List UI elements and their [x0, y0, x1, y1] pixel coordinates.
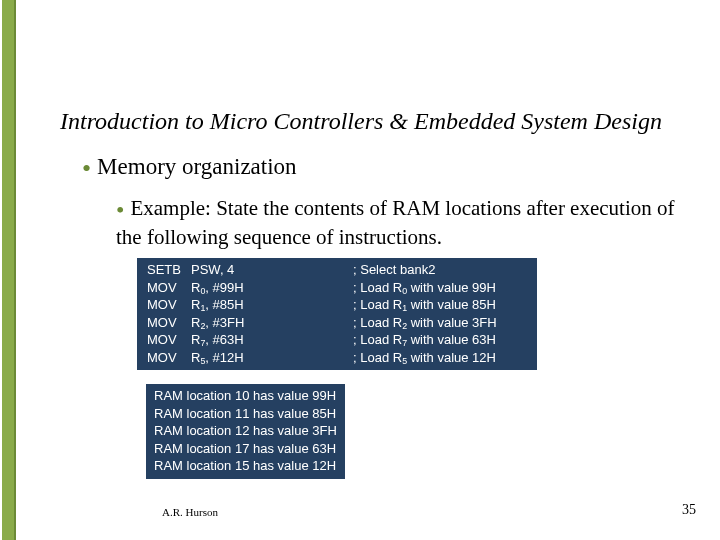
- bullet-level2-text: Example: State the contents of RAM locat…: [116, 196, 675, 249]
- result-line: RAM location 10 has value 99H: [154, 387, 337, 405]
- code-row: MOVR0, #99H; Load R0 with value 99H: [147, 279, 527, 297]
- comment: ; Load R7 with value 63H: [353, 331, 496, 349]
- result-line: RAM location 11 has value 85H: [154, 405, 337, 423]
- code-row: MOVR2, #3FH; Load R2 with value 3FH: [147, 314, 527, 332]
- bullet-dot-icon: •: [116, 197, 124, 223]
- slide-page: Introduction to Micro Controllers & Embe…: [0, 0, 720, 540]
- mnemonic: SETB: [147, 261, 191, 279]
- mnemonic: MOV: [147, 279, 191, 297]
- comment: ; Load R0 with value 99H: [353, 279, 496, 297]
- operands: R5, #12H: [191, 349, 261, 367]
- bullet-level1-text: Memory organization: [97, 154, 297, 179]
- page-number: 35: [682, 502, 696, 518]
- comment: ; Load R5 with value 12H: [353, 349, 496, 367]
- code-row: MOVR1, #85H; Load R1 with value 85H: [147, 296, 527, 314]
- operands: R0, #99H: [191, 279, 261, 297]
- page-title: Introduction to Micro Controllers & Embe…: [60, 108, 662, 135]
- operands: R2, #3FH: [191, 314, 261, 332]
- operands: R1, #85H: [191, 296, 261, 314]
- mnemonic: MOV: [147, 314, 191, 332]
- code-row: SETBPSW, 4; Select bank2: [147, 261, 527, 279]
- bullet-level1: •Memory organization: [82, 154, 297, 184]
- bullet-dot-icon: •: [82, 154, 91, 183]
- result-line: RAM location 15 has value 12H: [154, 457, 337, 475]
- mnemonic: MOV: [147, 296, 191, 314]
- result-line: RAM location 12 has value 3FH: [154, 422, 337, 440]
- operands: R7, #63H: [191, 331, 261, 349]
- code-block-results: RAM location 10 has value 99HRAM locatio…: [146, 384, 345, 479]
- bullet-level2: •Example: State the contents of RAM loca…: [116, 196, 676, 251]
- footer-author: A.R. Hurson: [162, 506, 218, 518]
- result-line: RAM location 17 has value 63H: [154, 440, 337, 458]
- code-block-instructions: SETBPSW, 4; Select bank2MOVR0, #99H; Loa…: [137, 258, 537, 370]
- mnemonic: MOV: [147, 349, 191, 367]
- code-row: MOVR7, #63H; Load R7 with value 63H: [147, 331, 527, 349]
- comment: ; Load R2 with value 3FH: [353, 314, 497, 332]
- operands: PSW, 4: [191, 261, 261, 279]
- code-row: MOVR5, #12H; Load R5 with value 12H: [147, 349, 527, 367]
- comment: ; Select bank2: [353, 261, 435, 279]
- mnemonic: MOV: [147, 331, 191, 349]
- comment: ; Load R1 with value 85H: [353, 296, 496, 314]
